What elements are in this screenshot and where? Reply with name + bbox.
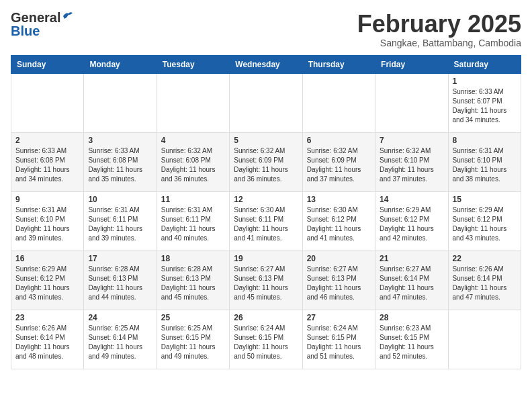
calendar-cell: 14Sunrise: 6:29 AM Sunset: 6:12 PM Dayli… [375, 191, 448, 250]
calendar-week-row: 23Sunrise: 6:26 AM Sunset: 6:14 PM Dayli… [11, 310, 521, 369]
cell-sun-info: Sunrise: 6:31 AM Sunset: 6:11 PM Dayligh… [88, 205, 152, 243]
calendar-week-row: 2Sunrise: 6:33 AM Sunset: 6:08 PM Daylig… [11, 132, 521, 191]
day-number: 17 [88, 254, 152, 263]
month-title: February 2025 [357, 11, 521, 38]
calendar-cell [157, 73, 229, 132]
logo: General Blue [11, 11, 74, 38]
cell-sun-info: Sunrise: 6:27 AM Sunset: 6:13 PM Dayligh… [234, 265, 298, 302]
day-number: 28 [380, 313, 443, 322]
calendar-cell [375, 73, 448, 132]
calendar-cell: 28Sunrise: 6:23 AM Sunset: 6:15 PM Dayli… [375, 310, 448, 369]
day-number: 5 [234, 136, 298, 145]
cell-sun-info: Sunrise: 6:32 AM Sunset: 6:08 PM Dayligh… [161, 146, 225, 184]
day-number: 16 [15, 254, 79, 263]
day-number: 13 [307, 195, 371, 204]
calendar-cell: 23Sunrise: 6:26 AM Sunset: 6:14 PM Dayli… [11, 310, 84, 369]
day-number: 6 [307, 136, 371, 145]
cell-sun-info: Sunrise: 6:24 AM Sunset: 6:15 PM Dayligh… [307, 324, 371, 361]
calendar-cell [84, 73, 157, 132]
calendar-cell: 9Sunrise: 6:31 AM Sunset: 6:10 PM Daylig… [11, 191, 84, 250]
day-number: 2 [15, 136, 79, 145]
day-number: 25 [161, 313, 225, 322]
cell-sun-info: Sunrise: 6:29 AM Sunset: 6:12 PM Dayligh… [380, 205, 443, 243]
day-number: 20 [307, 254, 371, 263]
day-number: 4 [161, 136, 225, 145]
logo-bird-icon [62, 11, 74, 21]
cell-sun-info: Sunrise: 6:25 AM Sunset: 6:14 PM Dayligh… [88, 324, 152, 361]
calendar-day-header: Friday [375, 55, 448, 73]
calendar-cell: 26Sunrise: 6:24 AM Sunset: 6:15 PM Dayli… [230, 310, 302, 369]
calendar-week-row: 16Sunrise: 6:29 AM Sunset: 6:12 PM Dayli… [11, 250, 521, 310]
cell-sun-info: Sunrise: 6:30 AM Sunset: 6:11 PM Dayligh… [234, 205, 298, 243]
day-number: 7 [380, 136, 443, 145]
calendar-cell: 10Sunrise: 6:31 AM Sunset: 6:11 PM Dayli… [84, 191, 157, 250]
calendar-cell [302, 73, 375, 132]
calendar-cell: 21Sunrise: 6:27 AM Sunset: 6:14 PM Dayli… [375, 250, 448, 310]
calendar-cell [448, 310, 521, 369]
cell-sun-info: Sunrise: 6:26 AM Sunset: 6:14 PM Dayligh… [15, 324, 79, 361]
calendar-week-row: 9Sunrise: 6:31 AM Sunset: 6:10 PM Daylig… [11, 191, 521, 250]
cell-sun-info: Sunrise: 6:27 AM Sunset: 6:14 PM Dayligh… [380, 265, 443, 302]
cell-sun-info: Sunrise: 6:33 AM Sunset: 6:07 PM Dayligh… [453, 87, 517, 125]
calendar-cell: 8Sunrise: 6:31 AM Sunset: 6:10 PM Daylig… [448, 132, 521, 191]
calendar-cell: 1Sunrise: 6:33 AM Sunset: 6:07 PM Daylig… [448, 73, 521, 132]
logo-blue-text: Blue [11, 24, 40, 38]
page-header: General Blue February 2025 Sangkae, Batt… [11, 11, 521, 48]
calendar-cell: 18Sunrise: 6:28 AM Sunset: 6:13 PM Dayli… [157, 250, 229, 310]
day-number: 1 [453, 77, 517, 86]
day-number: 24 [88, 313, 152, 322]
day-number: 22 [453, 254, 517, 263]
cell-sun-info: Sunrise: 6:32 AM Sunset: 6:09 PM Dayligh… [234, 146, 298, 184]
calendar-cell: 11Sunrise: 6:31 AM Sunset: 6:11 PM Dayli… [157, 191, 229, 250]
logo-general-text: General [11, 11, 60, 24]
cell-sun-info: Sunrise: 6:27 AM Sunset: 6:13 PM Dayligh… [307, 265, 371, 302]
cell-sun-info: Sunrise: 6:32 AM Sunset: 6:09 PM Dayligh… [307, 146, 371, 184]
cell-sun-info: Sunrise: 6:32 AM Sunset: 6:10 PM Dayligh… [380, 146, 443, 184]
cell-sun-info: Sunrise: 6:31 AM Sunset: 6:10 PM Dayligh… [15, 205, 79, 243]
calendar-cell: 3Sunrise: 6:33 AM Sunset: 6:08 PM Daylig… [84, 132, 157, 191]
day-number: 15 [453, 195, 517, 204]
calendar-cell [230, 73, 302, 132]
calendar-header-row: SundayMondayTuesdayWednesdayThursdayFrid… [11, 55, 521, 73]
calendar-day-header: Thursday [302, 55, 375, 73]
cell-sun-info: Sunrise: 6:31 AM Sunset: 6:11 PM Dayligh… [161, 205, 225, 243]
cell-sun-info: Sunrise: 6:25 AM Sunset: 6:15 PM Dayligh… [161, 324, 225, 361]
calendar-day-header: Wednesday [230, 55, 302, 73]
day-number: 14 [380, 195, 443, 204]
cell-sun-info: Sunrise: 6:29 AM Sunset: 6:12 PM Dayligh… [453, 205, 517, 243]
cell-sun-info: Sunrise: 6:23 AM Sunset: 6:15 PM Dayligh… [380, 324, 443, 361]
day-number: 12 [234, 195, 298, 204]
calendar-cell: 24Sunrise: 6:25 AM Sunset: 6:14 PM Dayli… [84, 310, 157, 369]
day-number: 8 [453, 136, 517, 145]
cell-sun-info: Sunrise: 6:28 AM Sunset: 6:13 PM Dayligh… [161, 265, 225, 302]
day-number: 10 [88, 195, 152, 204]
cell-sun-info: Sunrise: 6:33 AM Sunset: 6:08 PM Dayligh… [15, 146, 79, 184]
day-number: 23 [15, 313, 79, 322]
calendar-week-row: 1Sunrise: 6:33 AM Sunset: 6:07 PM Daylig… [11, 73, 521, 132]
calendar-cell: 6Sunrise: 6:32 AM Sunset: 6:09 PM Daylig… [302, 132, 375, 191]
cell-sun-info: Sunrise: 6:29 AM Sunset: 6:12 PM Dayligh… [15, 265, 79, 302]
calendar-cell [11, 73, 84, 132]
calendar-cell: 13Sunrise: 6:30 AM Sunset: 6:12 PM Dayli… [302, 191, 375, 250]
day-number: 9 [15, 195, 79, 204]
title-section: February 2025 Sangkae, Battambang, Cambo… [357, 11, 521, 48]
calendar-cell: 5Sunrise: 6:32 AM Sunset: 6:09 PM Daylig… [230, 132, 302, 191]
day-number: 19 [234, 254, 298, 263]
calendar-cell: 7Sunrise: 6:32 AM Sunset: 6:10 PM Daylig… [375, 132, 448, 191]
cell-sun-info: Sunrise: 6:28 AM Sunset: 6:13 PM Dayligh… [88, 265, 152, 302]
location-text: Sangkae, Battambang, Cambodia [357, 38, 521, 48]
day-number: 21 [380, 254, 443, 263]
calendar-cell: 17Sunrise: 6:28 AM Sunset: 6:13 PM Dayli… [84, 250, 157, 310]
calendar-cell: 4Sunrise: 6:32 AM Sunset: 6:08 PM Daylig… [157, 132, 229, 191]
calendar-table: SundayMondayTuesdayWednesdayThursdayFrid… [11, 55, 521, 369]
calendar-cell: 15Sunrise: 6:29 AM Sunset: 6:12 PM Dayli… [448, 191, 521, 250]
day-number: 26 [234, 313, 298, 322]
cell-sun-info: Sunrise: 6:24 AM Sunset: 6:15 PM Dayligh… [234, 324, 298, 361]
calendar-cell: 22Sunrise: 6:26 AM Sunset: 6:14 PM Dayli… [448, 250, 521, 310]
calendar-day-header: Tuesday [157, 55, 229, 73]
calendar-cell: 2Sunrise: 6:33 AM Sunset: 6:08 PM Daylig… [11, 132, 84, 191]
calendar-cell: 12Sunrise: 6:30 AM Sunset: 6:11 PM Dayli… [230, 191, 302, 250]
calendar-cell: 20Sunrise: 6:27 AM Sunset: 6:13 PM Dayli… [302, 250, 375, 310]
calendar-cell: 25Sunrise: 6:25 AM Sunset: 6:15 PM Dayli… [157, 310, 229, 369]
calendar-cell: 16Sunrise: 6:29 AM Sunset: 6:12 PM Dayli… [11, 250, 84, 310]
